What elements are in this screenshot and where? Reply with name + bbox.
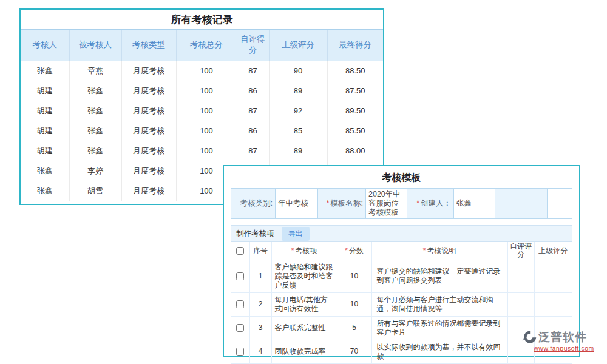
- template-name-label: *模板名称:: [318, 189, 366, 219]
- record-cell: 100: [176, 81, 237, 101]
- record-cell: 张鑫: [69, 101, 121, 121]
- vendor-watermark: 泛普软件 www.fanpusoft.com: [521, 329, 607, 352]
- record-cell: 胡雪: [69, 181, 121, 201]
- item-name: 团队收款完成率: [271, 340, 337, 363]
- record-cell: 张鑫: [21, 161, 69, 181]
- select-all-cell: [231, 242, 249, 260]
- record-cell: 88.00: [327, 141, 383, 161]
- record-cell: 89: [269, 81, 327, 101]
- export-button[interactable]: 导出: [282, 227, 310, 241]
- col-item: *考核项: [271, 242, 337, 260]
- required-star: *: [345, 246, 348, 255]
- col-index: 序号: [249, 242, 271, 260]
- record-cell: 月度考核: [121, 61, 176, 81]
- row-checkbox[interactable]: [236, 324, 244, 332]
- record-cell: 85: [269, 121, 327, 141]
- record-cell: 100: [176, 101, 237, 121]
- record-cell: 张鑫: [69, 121, 121, 141]
- record-cell: 100: [176, 141, 237, 161]
- watermark-brand: 泛普软件: [538, 329, 587, 345]
- record-cell: 胡建: [21, 121, 69, 141]
- item-desc: 客户提交的缺陷和建议一定要通过记录到客户问题提交列表: [371, 260, 507, 292]
- col-total-score: 考核总分: [176, 30, 237, 61]
- record-cell: 月度考核: [121, 161, 176, 181]
- col-superior-score: 上级评分: [269, 30, 327, 61]
- record-cell: 月度考核: [121, 121, 176, 141]
- item-desc: 以实际收到的款项为基，并不以有效回款: [371, 340, 507, 363]
- form-empty-label-cell: [495, 189, 548, 219]
- required-star: *: [423, 246, 426, 255]
- record-cell: 86: [237, 81, 269, 101]
- record-cell: 月度考核: [121, 181, 176, 201]
- creator-label: *创建人：: [407, 189, 454, 219]
- items-toolbar: 制作考核项 导出: [231, 226, 572, 242]
- record-cell: 100: [176, 61, 237, 81]
- record-row: 胡建张鑫月度考核100868585.50: [21, 121, 383, 141]
- col-self-score: 自评得分: [237, 30, 269, 61]
- checkbox-cell: [231, 260, 249, 292]
- item-score: 10: [337, 292, 371, 316]
- template-panel-title: 考核模板: [224, 166, 579, 187]
- col-type: 考核类型: [121, 30, 176, 61]
- item-self-score: [507, 260, 534, 292]
- item-superior-score: [534, 260, 572, 292]
- record-cell: 85.50: [327, 121, 383, 141]
- record-cell: 100: [176, 121, 237, 141]
- checkbox-cell: [231, 340, 249, 363]
- record-cell: 87.50: [327, 81, 383, 101]
- row-checkbox[interactable]: [236, 348, 244, 356]
- item-row: 1客户缺陷和建议跟踪是否及时和给客户反馈10客户提交的缺陷和建议一定要通过记录到…: [231, 260, 572, 292]
- record-cell: 月度考核: [121, 101, 176, 121]
- template-form: 考核类别: 年中考核 *模板名称: 2020年中客服岗位考核模板 *创建人： 张…: [231, 188, 572, 219]
- record-cell: 张鑫: [21, 181, 69, 201]
- item-row: 2每月电话/其他方式回访有效性10每个月必须与客户进行主动交流和沟通，询问使用情…: [231, 292, 572, 316]
- record-cell: 88.50: [327, 61, 383, 81]
- required-star: *: [327, 199, 330, 207]
- record-cell: 张鑫: [21, 61, 69, 81]
- form-empty-value-cell: [548, 189, 572, 219]
- item-desc: 每个月必须与客户进行主动交流和沟通，询问使用情况等: [371, 292, 507, 316]
- creator-field[interactable]: 张鑫: [454, 189, 495, 219]
- record-cell: 86: [237, 121, 269, 141]
- record-cell: 87: [237, 61, 269, 81]
- record-cell: 92: [269, 101, 327, 121]
- make-items-label: 制作考核项: [236, 229, 274, 239]
- item-name: 客户联系完整性: [271, 316, 337, 340]
- record-row: 胡建张鑫月度考核100868987.50: [21, 81, 383, 101]
- item-name: 客户缺陷和建议跟踪是否及时和给客户反馈: [271, 260, 337, 292]
- col-score: *分数: [337, 242, 371, 260]
- record-row: 张鑫章燕月度考核100879088.50: [21, 61, 383, 81]
- item-superior-score: [534, 292, 572, 316]
- items-table-header: 序号 *考核项 *分数 *考核说明 自评评分 上级评分: [231, 242, 572, 260]
- item-name: 每月电话/其他方式回访有效性: [271, 292, 337, 316]
- item-score: 70: [337, 340, 371, 363]
- col-assessed: 被考核人: [69, 30, 121, 61]
- item-index: 1: [249, 260, 271, 292]
- record-cell: 张鑫: [69, 81, 121, 101]
- item-desc: 所有与客户联系过的情况都需要记录到客户卡片: [371, 316, 507, 340]
- row-checkbox[interactable]: [236, 300, 244, 308]
- item-index: 3: [249, 316, 271, 340]
- item-self-score: [507, 292, 534, 316]
- record-cell: 胡建: [21, 141, 69, 161]
- record-cell: 月度考核: [121, 81, 176, 101]
- records-panel-title: 所有考核记录: [21, 10, 383, 30]
- col-superior-eval: 上级评分: [534, 242, 572, 260]
- records-table-header: 考核人 被考核人 考核类型 考核总分 自评得分 上级评分 最终得分: [21, 30, 383, 61]
- record-cell: 87: [237, 101, 269, 121]
- record-cell: 月度考核: [121, 141, 176, 161]
- template-name-field[interactable]: 2020年中客服岗位考核模板: [366, 189, 407, 219]
- col-assessor: 考核人: [21, 30, 69, 61]
- item-index: 2: [249, 292, 271, 316]
- record-cell: 章燕: [69, 61, 121, 81]
- fanpu-logo-icon: [521, 329, 537, 345]
- record-cell: 胡建: [21, 81, 69, 101]
- col-final-score: 最终得分: [327, 30, 383, 61]
- item-score: 5: [337, 316, 371, 340]
- col-desc: *考核说明: [371, 242, 507, 260]
- category-label: 考核类别:: [231, 189, 276, 219]
- category-field[interactable]: 年中考核: [276, 189, 318, 219]
- record-cell: 89: [269, 141, 327, 161]
- select-all-checkbox[interactable]: [236, 247, 244, 255]
- row-checkbox[interactable]: [236, 272, 244, 280]
